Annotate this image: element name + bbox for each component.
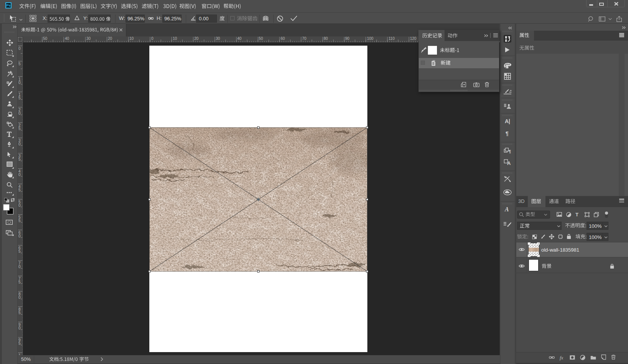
svg-text:A: A	[507, 160, 511, 165]
svg-text:¶: ¶	[509, 149, 511, 154]
